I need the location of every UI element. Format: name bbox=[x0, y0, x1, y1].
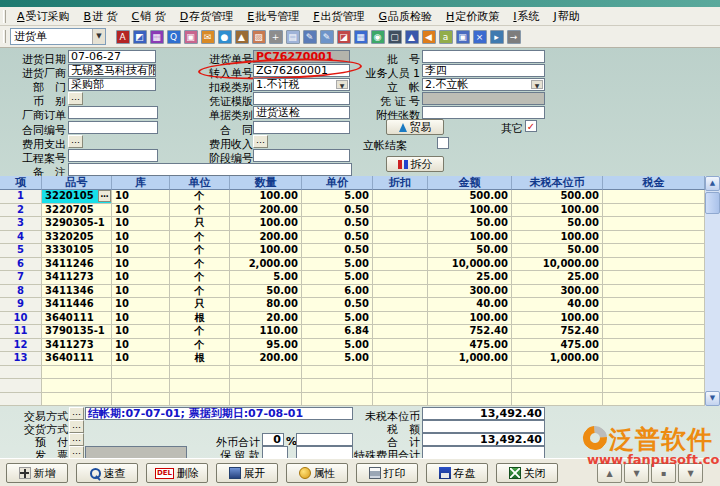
net-amount-cell[interactable]: 10,000.00 bbox=[512, 258, 603, 272]
tax-cell[interactable] bbox=[603, 366, 705, 380]
amount-cell[interactable] bbox=[428, 379, 512, 393]
col-header-net-amount[interactable]: 未税本位币 bbox=[512, 176, 603, 190]
search-icon[interactable]: Q bbox=[165, 28, 182, 45]
net-amount-cell[interactable]: 100.00 bbox=[512, 231, 603, 245]
unit-price-cell[interactable]: 6.00 bbox=[302, 285, 373, 299]
save-icon[interactable]: ▣ bbox=[182, 28, 199, 45]
tax-type-select[interactable]: 1.不计税▼ bbox=[253, 78, 350, 91]
col-header-unit-price[interactable]: 单价 bbox=[302, 176, 373, 190]
tax-cell[interactable] bbox=[603, 244, 705, 258]
unit-price-cell[interactable]: 0.50 bbox=[302, 217, 373, 231]
discount-cell[interactable] bbox=[373, 258, 428, 272]
unit-price-cell[interactable]: 5.00 bbox=[302, 352, 373, 366]
expense-out-lookup-button[interactable]: … bbox=[68, 135, 83, 148]
col-header-product-code[interactable]: 品号 bbox=[42, 176, 112, 190]
quantity-cell[interactable]: 110.00 bbox=[230, 325, 302, 339]
warehouse-cell[interactable]: 10 bbox=[112, 271, 170, 285]
delivery-method-lookup-button[interactable]: … bbox=[69, 420, 84, 433]
project-no-field[interactable] bbox=[68, 149, 158, 162]
quantity-cell[interactable]: 100.00 bbox=[230, 190, 302, 204]
row-index-cell[interactable]: 2 bbox=[0, 204, 42, 218]
close-button[interactable]: 关闭 bbox=[496, 463, 558, 483]
tax-cell[interactable] bbox=[603, 271, 705, 285]
quantity-cell[interactable]: 5.00 bbox=[230, 271, 302, 285]
warehouse-cell[interactable]: 10 bbox=[112, 339, 170, 353]
tax-type-dropdown-arrow[interactable]: ▼ bbox=[336, 80, 348, 89]
col-header-unit[interactable]: 单位 bbox=[170, 176, 230, 190]
unit-price-cell[interactable]: 5.00 bbox=[302, 312, 373, 326]
unit-cell[interactable] bbox=[170, 393, 230, 407]
product-code-cell[interactable]: 3330105… bbox=[42, 244, 112, 258]
department-field[interactable]: 采购部 bbox=[68, 78, 156, 91]
doc-category-field[interactable]: 进货送检 bbox=[253, 106, 350, 119]
product-code-cell[interactable]: 3411273… bbox=[42, 271, 112, 285]
product-code-cell[interactable]: 3411446… bbox=[42, 298, 112, 312]
currency-lookup-button[interactable]: … bbox=[68, 92, 83, 105]
amount-cell[interactable]: 475.00 bbox=[428, 339, 512, 353]
quantity-cell[interactable]: 200.00 bbox=[230, 204, 302, 218]
net-amount-cell[interactable]: 50.00 bbox=[512, 217, 603, 231]
quantity-cell[interactable]: 50.00 bbox=[230, 285, 302, 299]
unit-price-cell[interactable] bbox=[302, 393, 373, 407]
menu-item-shipping[interactable]: F出货管理 bbox=[306, 7, 371, 26]
warehouse-cell[interactable] bbox=[112, 366, 170, 380]
users-icon[interactable]: ◩ bbox=[131, 28, 148, 45]
attachments-field[interactable] bbox=[422, 106, 545, 119]
net-amount-cell[interactable]: 25.00 bbox=[512, 271, 603, 285]
unit-price-cell[interactable]: 0.50 bbox=[302, 298, 373, 312]
unit-cell[interactable]: 只 bbox=[170, 298, 230, 312]
warehouse-cell[interactable]: 10 bbox=[112, 352, 170, 366]
net-amount-cell[interactable]: 475.00 bbox=[512, 339, 603, 353]
row-index-cell[interactable]: 8 bbox=[0, 285, 42, 299]
discount-cell[interactable] bbox=[373, 312, 428, 326]
tax-cell[interactable] bbox=[603, 190, 705, 204]
warehouse-cell[interactable] bbox=[112, 379, 170, 393]
product-code-cell[interactable]: 3411246… bbox=[42, 258, 112, 272]
properties-button[interactable]: 属性 bbox=[286, 463, 348, 483]
amount-cell[interactable]: 100.00 bbox=[428, 312, 512, 326]
expand-button[interactable]: 展开 bbox=[216, 463, 278, 483]
amount-cell[interactable]: 1,000.00 bbox=[428, 352, 512, 366]
net-amount-cell[interactable]: 500.00 bbox=[512, 190, 603, 204]
amount-cell[interactable]: 300.00 bbox=[428, 285, 512, 299]
dropdown-arrow-icon[interactable]: ▼ bbox=[92, 29, 105, 44]
discount-cell[interactable] bbox=[373, 204, 428, 218]
row-index-cell[interactable] bbox=[0, 366, 42, 380]
table-scrollbar[interactable]: ▲ ▼ bbox=[705, 176, 720, 406]
batch-no-field[interactable] bbox=[422, 50, 545, 63]
discount-cell[interactable] bbox=[373, 379, 428, 393]
discount-cell[interactable] bbox=[373, 339, 428, 353]
tax-cell[interactable] bbox=[603, 217, 705, 231]
warehouse-cell[interactable]: 10 bbox=[112, 325, 170, 339]
product-code-cell[interactable]: 3411273… bbox=[42, 339, 112, 353]
add-button[interactable]: 新增 bbox=[6, 463, 68, 483]
doc-a-icon[interactable]: a bbox=[437, 28, 454, 45]
save-button[interactable]: 存盘 bbox=[426, 463, 488, 483]
eraser-icon[interactable]: ◪ bbox=[335, 28, 352, 45]
discount-cell[interactable] bbox=[373, 298, 428, 312]
account-close-checkbox[interactable] bbox=[437, 137, 449, 149]
unit-cell[interactable]: 个 bbox=[170, 204, 230, 218]
discount-cell[interactable] bbox=[373, 352, 428, 366]
quantity-cell[interactable]: 100.00 bbox=[230, 217, 302, 231]
unit-price-cell[interactable] bbox=[302, 366, 373, 380]
col-header-discount[interactable]: 折扣 bbox=[373, 176, 428, 190]
document-icon[interactable]: ▤ bbox=[284, 28, 301, 45]
unit-cell[interactable]: 个 bbox=[170, 258, 230, 272]
menu-item-purchase[interactable]: B进 货 bbox=[77, 7, 125, 26]
row-index-cell[interactable]: 6 bbox=[0, 258, 42, 272]
menu-item-help[interactable]: J帮助 bbox=[547, 7, 587, 26]
net-amount-cell[interactable]: 100.00 bbox=[512, 312, 603, 326]
product-code-cell[interactable]: 3790135-1… bbox=[42, 325, 112, 339]
row-index-cell[interactable] bbox=[0, 379, 42, 393]
tax-cell[interactable] bbox=[603, 204, 705, 218]
trade-button[interactable]: 贸易 bbox=[386, 119, 444, 135]
amount-cell[interactable]: 50.00 bbox=[428, 217, 512, 231]
warehouse-cell[interactable]: 10 bbox=[112, 190, 170, 204]
amount-cell[interactable]: 50.00 bbox=[428, 244, 512, 258]
net-amount-cell[interactable]: 40.00 bbox=[512, 298, 603, 312]
menu-item-inventory[interactable]: D存货管理 bbox=[173, 7, 240, 26]
warehouse-cell[interactable]: 10 bbox=[112, 258, 170, 272]
warehouse-cell[interactable]: 10 bbox=[112, 312, 170, 326]
amount-cell[interactable]: 752.40 bbox=[428, 325, 512, 339]
